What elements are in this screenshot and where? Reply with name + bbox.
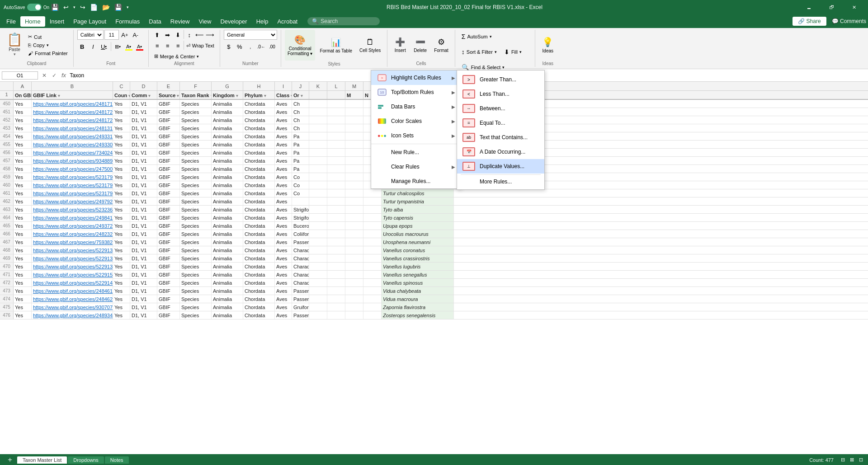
cell-h[interactable]: Chordata bbox=[243, 124, 275, 132]
cell-k[interactable] bbox=[309, 157, 327, 164]
header-cell-k[interactable] bbox=[309, 91, 327, 99]
open-icon[interactable]: 📂 bbox=[100, 3, 112, 12]
cell-e[interactable]: GBIF bbox=[157, 141, 180, 148]
currency-button[interactable]: $ bbox=[224, 42, 234, 52]
col-header-f[interactable]: F bbox=[180, 82, 212, 90]
cell-o[interactable]: Urocolius macrourus bbox=[382, 230, 454, 238]
share-button[interactable]: 🔗 Share bbox=[793, 17, 826, 26]
cell-h[interactable]: Chordata bbox=[243, 279, 275, 287]
cell-g[interactable]: Animalia bbox=[212, 124, 243, 132]
cell-d[interactable]: D1, V1 bbox=[130, 238, 157, 246]
header-cell-h[interactable]: Phylum ▾ bbox=[243, 91, 275, 99]
cell-g[interactable]: Animalia bbox=[212, 206, 243, 213]
cell-f[interactable]: Species bbox=[180, 189, 212, 197]
cell-f[interactable]: Species bbox=[180, 230, 212, 238]
cell-c[interactable]: Yes bbox=[113, 189, 130, 197]
cell-n[interactable] bbox=[363, 271, 382, 278]
cell-f[interactable]: Species bbox=[180, 116, 212, 124]
cell-d[interactable]: D1, V1 bbox=[130, 206, 157, 213]
cell-h[interactable]: Chordata bbox=[243, 287, 275, 295]
cell-m[interactable] bbox=[345, 124, 363, 132]
cell-a[interactable]: Yes bbox=[14, 108, 32, 116]
cell-m[interactable] bbox=[345, 141, 363, 148]
cell-k[interactable] bbox=[309, 132, 327, 140]
cell-n[interactable] bbox=[363, 263, 382, 270]
cell-c[interactable]: Yes bbox=[113, 141, 130, 148]
cell-m[interactable] bbox=[345, 165, 363, 173]
cell-i[interactable]: Aves bbox=[275, 108, 292, 116]
cell-g[interactable]: Animalia bbox=[212, 108, 243, 116]
cell-f[interactable]: Species bbox=[180, 254, 212, 262]
cell-e[interactable]: GBIF bbox=[157, 295, 180, 303]
cell-n[interactable] bbox=[363, 311, 382, 319]
cell-i[interactable]: Aves bbox=[275, 181, 292, 189]
cell-l[interactable] bbox=[327, 271, 345, 278]
cell-b[interactable]: https://www.gbif.org/species/9348895 bbox=[32, 157, 113, 164]
cell-j[interactable]: Passeriformes bbox=[292, 238, 309, 246]
cell-c[interactable]: Yes bbox=[113, 149, 130, 156]
cell-f[interactable]: Species bbox=[180, 157, 212, 164]
cf-menu-item-managerules[interactable]: Manage Rules... bbox=[371, 174, 461, 188]
cell-j[interactable]: Co bbox=[292, 181, 309, 189]
sort-dropdown[interactable]: ▾ bbox=[495, 50, 497, 54]
format-painter-button[interactable]: 🖌 Format Painter bbox=[26, 50, 70, 57]
header-cell-j[interactable]: Or ▾ bbox=[292, 91, 309, 99]
cell-f[interactable]: Species bbox=[180, 108, 212, 116]
header-cell-b[interactable]: GBIF Link ▾ bbox=[32, 91, 113, 99]
cell-h[interactable]: Chordata bbox=[243, 254, 275, 262]
cell-j[interactable]: Ch bbox=[292, 108, 309, 116]
cell-j[interactable]: Passeriformes bbox=[292, 311, 309, 319]
cell-b[interactable]: https://www.gbif.org/species/2481726 bbox=[32, 108, 113, 116]
cell-f[interactable]: Species bbox=[180, 246, 212, 254]
cell-e[interactable]: GBIF bbox=[157, 189, 180, 197]
fill-dropdown[interactable]: ▾ bbox=[519, 50, 522, 54]
cell-h[interactable]: Chordata bbox=[243, 189, 275, 197]
cell-k[interactable] bbox=[309, 271, 327, 278]
cell-f[interactable]: Species bbox=[180, 173, 212, 181]
page-layout-icon[interactable]: ⊠ bbox=[848, 456, 855, 464]
cell-b[interactable]: https://www.gbif.org/species/2489344 bbox=[32, 311, 113, 319]
cell-d[interactable]: D1, V1 bbox=[130, 116, 157, 124]
cell-a[interactable]: Yes bbox=[14, 246, 32, 254]
cell-a[interactable]: Yes bbox=[14, 271, 32, 278]
cell-j[interactable]: Pa bbox=[292, 157, 309, 164]
cell-b[interactable]: https://www.gbif.org/species/2481728 bbox=[32, 116, 113, 124]
cell-b[interactable]: https://www.gbif.org/species/7340241 bbox=[32, 149, 113, 156]
save2-icon[interactable]: 💾 bbox=[113, 3, 124, 12]
cf-menu-item-newrule[interactable]: New Rule... bbox=[371, 145, 461, 160]
cell-o[interactable]: Vanellus coronatus bbox=[382, 246, 454, 254]
cell-g[interactable]: Animalia bbox=[212, 230, 243, 238]
cell-f[interactable]: Species bbox=[180, 181, 212, 189]
cell-l[interactable] bbox=[327, 311, 345, 319]
menu-developer[interactable]: Developer bbox=[216, 16, 251, 27]
cell-l[interactable] bbox=[327, 189, 345, 197]
cell-m[interactable] bbox=[345, 287, 363, 295]
cell-b[interactable]: https://www.gbif.org/species/2475001 bbox=[32, 165, 113, 173]
cell-i[interactable]: Aves bbox=[275, 230, 292, 238]
percent-button[interactable]: % bbox=[235, 42, 245, 52]
cell-g[interactable]: Animalia bbox=[212, 149, 243, 156]
cell-k[interactable] bbox=[309, 116, 327, 124]
cell-d[interactable]: D1, V1 bbox=[130, 149, 157, 156]
cell-h[interactable]: Chordata bbox=[243, 311, 275, 319]
cell-h[interactable]: Chordata bbox=[243, 116, 275, 124]
italic-button[interactable]: I bbox=[88, 42, 98, 52]
cell-d[interactable]: D1, V1 bbox=[130, 189, 157, 197]
menu-review[interactable]: Review bbox=[166, 16, 194, 27]
cf-menu-item-iconsets[interactable]: ●●● Icon Sets ▶ bbox=[371, 128, 461, 143]
cell-m[interactable] bbox=[345, 271, 363, 278]
sheet-tab-taxon[interactable]: Taxon Master List bbox=[17, 456, 67, 464]
cell-m[interactable] bbox=[345, 230, 363, 238]
cell-n[interactable] bbox=[363, 197, 382, 205]
cell-d[interactable]: D1, V1 bbox=[130, 181, 157, 189]
cell-a[interactable]: Yes bbox=[14, 189, 32, 197]
cell-m[interactable] bbox=[345, 157, 363, 164]
cell-m[interactable] bbox=[345, 132, 363, 140]
restore-button[interactable]: 🗗 bbox=[821, 0, 842, 14]
cell-b[interactable]: https://www.gbif.org/species/2497921 bbox=[32, 197, 113, 205]
submenu-more-rules[interactable]: More Rules... bbox=[457, 176, 544, 188]
cell-b[interactable]: https://www.gbif.org/species/2493723 bbox=[32, 222, 113, 230]
cell-j[interactable]: Pa bbox=[292, 132, 309, 140]
decrease-decimal-button[interactable]: .0← bbox=[256, 42, 266, 52]
cell-d[interactable]: D1, V1 bbox=[130, 295, 157, 303]
